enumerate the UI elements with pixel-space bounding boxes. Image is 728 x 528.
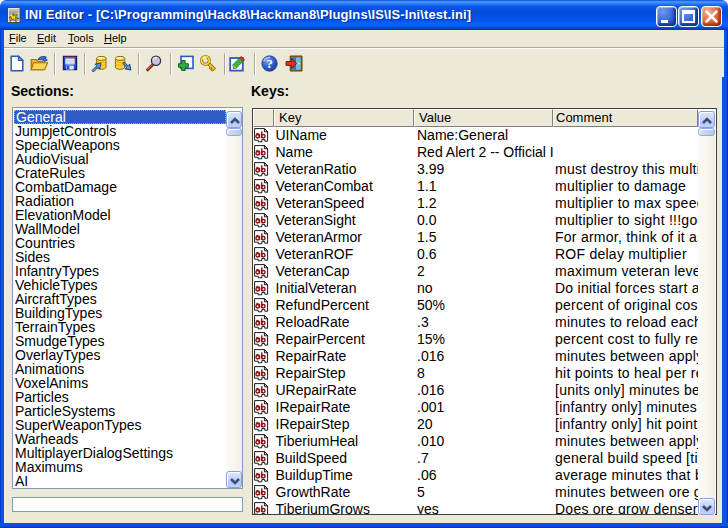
svg-text:?: ? xyxy=(266,56,273,71)
